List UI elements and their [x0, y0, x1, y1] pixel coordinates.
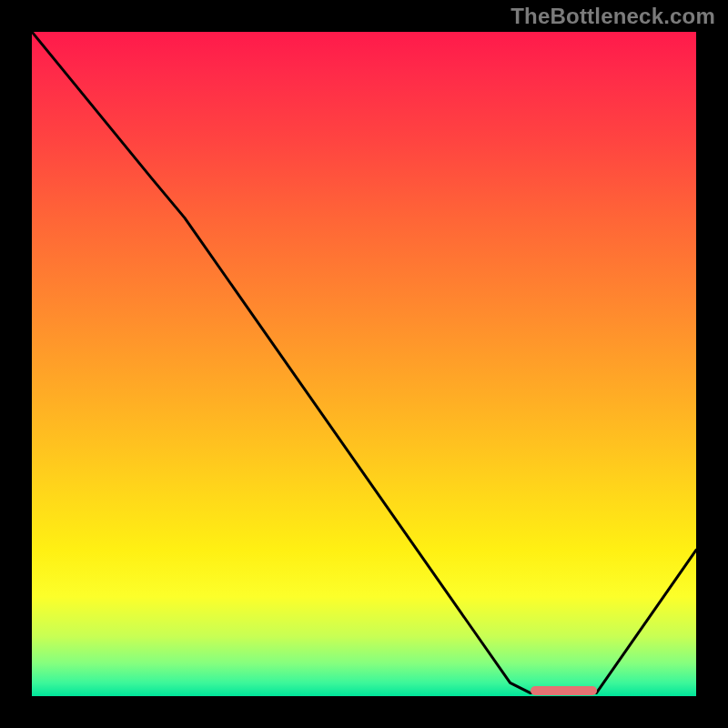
- optimal-range-marker: [531, 686, 597, 695]
- chart-plot-area: [32, 32, 696, 696]
- bottleneck-curve: [32, 32, 696, 696]
- watermark-text: TheBottleneck.com: [511, 4, 715, 29]
- stage: TheBottleneck.com: [0, 0, 728, 728]
